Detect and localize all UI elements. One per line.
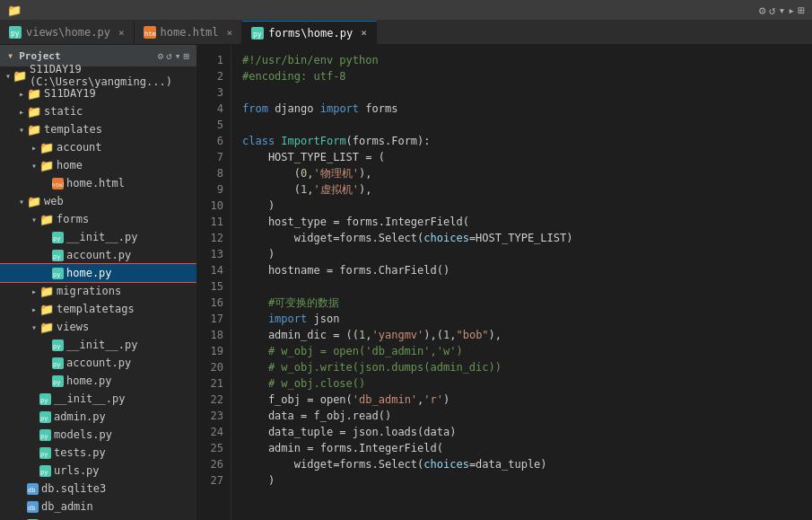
code-line-12: widget=forms.Select(choices=HOST_TYPE_LI… [242, 230, 812, 246]
settings-icon[interactable]: ⚙ [759, 4, 766, 17]
code-line-27: ) [242, 472, 812, 489]
tree-item-forms-folder[interactable]: ▾ 📁 forms [0, 210, 196, 228]
tree-item-label: urls.py [54, 464, 100, 477]
title-bar: 📁 ⚙ ↺ ▾ ▸ ⊞ [0, 0, 812, 20]
tree-item-models-py[interactable]: py models.py [0, 426, 196, 444]
tree-item-label: account [57, 141, 102, 154]
tree-item-views-home[interactable]: py home.py [0, 372, 196, 390]
svg-text:py: py [53, 379, 60, 386]
svg-text:py: py [40, 433, 48, 440]
line-number-2: 2 [197, 68, 223, 84]
code-line-6: class ImportForm(forms.Form): [242, 133, 812, 149]
code-line-22: f_obj = open('db_admin','r') [242, 392, 812, 408]
tab-tab-home-html[interactable]: htmlhome.html× [135, 21, 243, 44]
tree-item-account[interactable]: ▸ 📁 account [0, 138, 196, 156]
svg-text:py: py [40, 415, 48, 422]
code-line-20: # w_obj.write(json.dumps(admin_dic)) [242, 359, 812, 375]
tree-item-views-account[interactable]: py account.py [0, 354, 196, 372]
svg-text:py: py [53, 253, 60, 260]
tree-item-views-init[interactable]: py __init__.py [0, 336, 196, 354]
tree-item-forms-init[interactable]: py __init__.py [0, 228, 196, 246]
py-file-icon: py [52, 339, 64, 351]
code-line-16: #可变换的数据 [242, 295, 812, 311]
folder-icon: 📁 [39, 159, 54, 172]
line-number-10: 10 [197, 198, 223, 214]
layout-icon[interactable]: ⊞ [798, 4, 805, 17]
folder-icon: 📁 [39, 321, 54, 334]
tree-item-label: home.html [66, 177, 125, 189]
project-folder-icon: ▾ [7, 49, 13, 62]
svg-text:db: db [28, 505, 35, 512]
folder-icon: 📁 [39, 141, 54, 154]
code-line-26: widget=forms.Select(choices=data_tuple) [242, 456, 812, 472]
tree-item-db-sqlite3[interactable]: db db.sqlite3 [0, 480, 196, 498]
tab-label: home.html [161, 26, 219, 39]
tree-item-admin-py[interactable]: py admin.py [0, 408, 196, 426]
line-number-20: 20 [197, 359, 223, 375]
tree-item-templatetags[interactable]: ▸ 📁 templatetags [0, 300, 196, 318]
tree-item-migrations[interactable]: ▸ 📁 migrations [0, 282, 196, 300]
folder-arrow-icon: ▾ [29, 215, 39, 225]
tree-item-views-folder[interactable]: ▾ 📁 views [0, 318, 196, 336]
folder-arrow-icon: ▾ [16, 197, 27, 207]
line-number-25: 25 [197, 440, 223, 456]
line-number-18: 18 [197, 327, 223, 343]
line-number-15: 15 [197, 278, 223, 295]
line-number-16: 16 [197, 295, 223, 311]
tree-item-label: views [57, 321, 89, 333]
tree-item-tests-py[interactable]: py tests.py [0, 444, 196, 462]
tree-item-home-folder[interactable]: ▾ 📁 home [0, 156, 196, 174]
tree-item-s11day19-root[interactable]: ▾ 📁 S11DAY19 (C:\Users\yangming...) [0, 66, 196, 84]
tree-item-urls-py[interactable]: py urls.py [0, 462, 196, 480]
tree-item-label: __init__.py [66, 339, 137, 351]
code-line-4: from django import forms [242, 101, 812, 117]
svg-text:py: py [40, 469, 48, 476]
tab-close-btn[interactable]: × [361, 27, 367, 39]
sidebar-settings-icon[interactable]: ⚙ [158, 50, 164, 62]
folder-arrow-icon: ▾ [4, 71, 13, 81]
folder-icon: 📁 [27, 195, 41, 208]
folder-icon: 📁 [27, 105, 41, 119]
folder-icon: 📁 [39, 303, 54, 316]
expand-icon[interactable]: ▸ [788, 4, 795, 17]
tree-item-forms-home[interactable]: py home.py [0, 264, 196, 282]
sidebar: ▾ Project ⚙ ↺ ▾ ⊞ ▾ 📁 S11DAY19 (C:\Users… [0, 45, 197, 520]
line-numbers: 1234567891011121314151617181920212223242… [197, 45, 231, 520]
sidebar-sync-icon[interactable]: ↺ [166, 50, 172, 62]
code-line-23: data = f_obj.read() [242, 408, 812, 424]
tree-item-forms-account[interactable]: py account.py [0, 246, 196, 264]
collapse-icon[interactable]: ▾ [779, 4, 786, 17]
tree-item-label: home.py [66, 267, 112, 279]
tree-item-label: home [57, 159, 83, 172]
sidebar-expand-icon[interactable]: ⊞ [183, 50, 189, 62]
tree-item-label: home.py [66, 375, 112, 387]
code-line-24: data_tuple = json.loads(data) [242, 424, 812, 440]
tab-close-btn[interactable]: × [118, 27, 125, 39]
svg-text:html: html [144, 31, 156, 38]
tree-item-manage-py[interactable]: py manage.py [0, 516, 196, 520]
svg-text:py: py [53, 271, 60, 278]
html-tab-icon: html [144, 26, 156, 39]
tab-tab-views-home[interactable]: pyviews\home.py× [0, 21, 135, 44]
folder-icon: 📁 [39, 285, 54, 298]
code-line-17: import json [242, 311, 812, 327]
line-number-27: 27 [197, 472, 223, 489]
tree-item-web[interactable]: ▾ 📁 web [0, 192, 196, 210]
tree-item-templates[interactable]: ▾ 📁 templates [0, 120, 196, 138]
tab-bar: pyviews\home.py×htmlhome.html×pyforms\ho… [0, 20, 812, 45]
tree-item-home-html[interactable]: html home.html [0, 174, 196, 192]
svg-text:py: py [53, 235, 60, 242]
tree-item-static[interactable]: ▸ 📁 static [0, 102, 196, 120]
tree-item-web-init[interactable]: py __init__.py [0, 390, 196, 408]
folder-arrow-icon: ▸ [16, 89, 27, 99]
sync-icon[interactable]: ↺ [769, 4, 776, 17]
svg-text:py: py [53, 361, 60, 368]
tab-tab-forms-home[interactable]: pyforms\home.py× [242, 21, 377, 44]
sidebar-collapse-all-icon[interactable]: ▾ [175, 50, 181, 62]
tree-item-label: account.py [66, 357, 131, 369]
folder-arrow-icon: ▸ [16, 107, 27, 117]
tab-close-btn[interactable]: × [227, 27, 233, 39]
tree-item-db-admin[interactable]: db db_admin [0, 498, 196, 516]
code-content[interactable]: #!/usr/bin/env python#encoding: utf-8fro… [231, 45, 812, 520]
tab-label: views\home.py [26, 26, 110, 39]
